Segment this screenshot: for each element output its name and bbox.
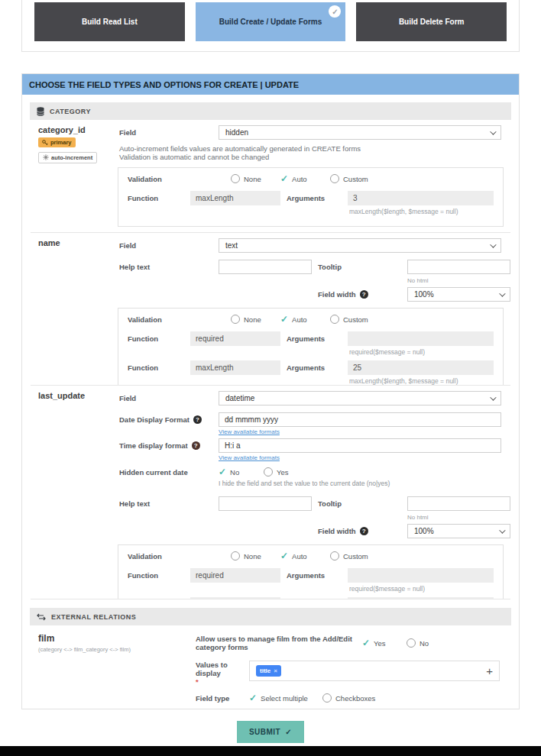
- tooltip-input[interactable]: [407, 496, 510, 511]
- help-question-icon[interactable]: ?: [193, 415, 202, 424]
- field-type-select[interactable]: hidden: [219, 125, 501, 140]
- function-input[interactable]: [190, 597, 280, 599]
- add-value-button[interactable]: +: [486, 665, 493, 677]
- wizard-steps-card: Build Read List Build Create / Update Fo…: [21, 0, 520, 52]
- value-chip-title[interactable]: title ×: [256, 665, 281, 677]
- chevron-down-icon: [499, 527, 505, 533]
- date-format-input[interactable]: [219, 412, 501, 427]
- database-icon: [37, 107, 44, 116]
- card-title: CHOOSE THE FIELD TYPES AND OPTIONS FOR C…: [22, 74, 519, 95]
- validation-option-none[interactable]: None: [231, 315, 280, 324]
- field-width-label: Field width ?: [312, 290, 407, 299]
- function-input[interactable]: [190, 331, 280, 346]
- function-input[interactable]: [190, 360, 280, 375]
- field-label: Field: [119, 394, 219, 402]
- help-question-icon[interactable]: ?: [360, 290, 368, 299]
- tab-build-create-update-forms[interactable]: Build Create / Update Forms ✓: [196, 2, 346, 41]
- allow-option-yes[interactable]: ✓Yes: [362, 638, 407, 648]
- chip-remove-icon[interactable]: ×: [274, 667, 277, 674]
- arguments-input[interactable]: [348, 191, 494, 205]
- radio-icon: [407, 638, 416, 648]
- radio-icon: [330, 315, 339, 324]
- values-to-display-box[interactable]: title × +: [249, 661, 500, 681]
- tab-build-delete-form[interactable]: Build Delete Form: [356, 2, 507, 41]
- radio-icon: [330, 174, 339, 183]
- validation-option-auto[interactable]: ✓Auto: [280, 551, 330, 561]
- selected-value: 100%: [414, 290, 434, 299]
- function-signature: required($message = null): [349, 585, 494, 593]
- submit-button[interactable]: SUBMIT ✓: [237, 721, 304, 743]
- arguments-input[interactable]: [348, 360, 494, 375]
- primary-key-badge: primary: [38, 137, 76, 147]
- relation-name: film: [38, 633, 196, 644]
- tab-label: Build Create / Update Forms: [219, 18, 322, 26]
- relation-name-column: film (category <-> film_category <-> fil…: [38, 633, 196, 709]
- help-text-input[interactable]: [219, 496, 312, 511]
- field-type-option-checkboxes[interactable]: Checkboxes: [322, 693, 375, 703]
- field-type-select[interactable]: text: [219, 238, 501, 253]
- relation-group-film: film (category <-> film_category <-> fil…: [31, 625, 510, 709]
- selected-value: 100%: [414, 527, 434, 535]
- field-width-select[interactable]: 100%: [407, 524, 510, 538]
- hidden-date-option-no[interactable]: ✓No: [219, 467, 264, 477]
- tooltip-input[interactable]: [407, 260, 510, 274]
- field-name: last_update: [38, 391, 119, 400]
- chevron-down-icon: [499, 290, 505, 296]
- values-to-display-label: Values to display *: [196, 661, 249, 686]
- validation-label: Validation: [128, 315, 231, 324]
- section-title: EXTERNAL RELATIONS: [51, 613, 136, 621]
- hidden-date-option-yes[interactable]: Yes: [264, 467, 289, 477]
- date-format-label: Date Display Format ?: [119, 415, 219, 424]
- tab-build-read-list[interactable]: Build Read List: [34, 2, 185, 41]
- tooltip-label: Tooltip: [312, 263, 407, 271]
- view-date-formats-link[interactable]: View available formats: [219, 428, 510, 435]
- function-signature: maxLength($length, $message = null): [349, 377, 494, 385]
- arguments-label: Arguments: [280, 191, 348, 202]
- field-config-column: Field datetime Date Display Format ? Vie…: [119, 391, 510, 599]
- allow-option-no[interactable]: No: [407, 638, 429, 648]
- field-config-column: Field hidden Auto-increment fields value…: [119, 125, 510, 232]
- time-format-input[interactable]: [219, 438, 501, 453]
- validation-option-none[interactable]: None: [231, 174, 280, 183]
- validation-option-custom[interactable]: Custom: [330, 174, 368, 183]
- field-name: name: [38, 238, 119, 247]
- field-name-column: last_update: [38, 391, 119, 599]
- validation-panel: Validation None ✓Auto Custom Function Ar…: [118, 167, 504, 227]
- field-group-last-update: last_update Field datetime Date Display …: [31, 385, 510, 599]
- gear-icon: [43, 154, 49, 160]
- tooltip-label: Tooltip: [312, 499, 407, 508]
- arguments-label: Arguments: [280, 597, 348, 599]
- key-icon: [42, 140, 48, 146]
- validation-option-custom[interactable]: Custom: [330, 315, 368, 324]
- selected-value: hidden: [225, 128, 248, 137]
- function-input[interactable]: [190, 191, 280, 205]
- step-complete-check-icon: ✓: [329, 5, 341, 18]
- validation-option-auto[interactable]: ✓Auto: [280, 315, 330, 324]
- validation-option-auto[interactable]: ✓Auto: [280, 174, 330, 183]
- selected-value: datetime: [225, 394, 254, 402]
- arguments-label: Arguments: [280, 360, 348, 372]
- field-type-option-select-multiple[interactable]: ✓Select multiple: [249, 693, 322, 703]
- arguments-input[interactable]: [348, 331, 494, 346]
- help-question-icon[interactable]: ?: [192, 441, 200, 450]
- arguments-input[interactable]: [348, 568, 494, 583]
- validation-option-none[interactable]: None: [231, 551, 280, 561]
- help-question-icon[interactable]: ?: [360, 527, 368, 535]
- validation-option-custom[interactable]: Custom: [330, 551, 368, 561]
- field-type-select[interactable]: datetime: [219, 391, 501, 405]
- function-signature: required($message = null): [349, 348, 494, 356]
- field-label: Field: [119, 128, 219, 137]
- field-width-select[interactable]: 100%: [407, 287, 510, 302]
- function-input[interactable]: [190, 568, 280, 583]
- help-text-label: Help text: [119, 263, 219, 271]
- radio-icon: [264, 467, 273, 477]
- no-html-hint: No html: [407, 514, 510, 521]
- field-label: Field: [119, 241, 219, 250]
- radio-icon: [322, 693, 332, 703]
- help-text-input[interactable]: [219, 260, 312, 274]
- create-update-options-card: CHOOSE THE FIELD TYPES AND OPTIONS FOR C…: [21, 73, 520, 709]
- view-time-formats-link[interactable]: View available formats: [219, 454, 510, 461]
- arguments-input[interactable]: [348, 597, 494, 599]
- no-html-hint: No html: [407, 277, 510, 284]
- check-icon: ✓: [280, 551, 288, 561]
